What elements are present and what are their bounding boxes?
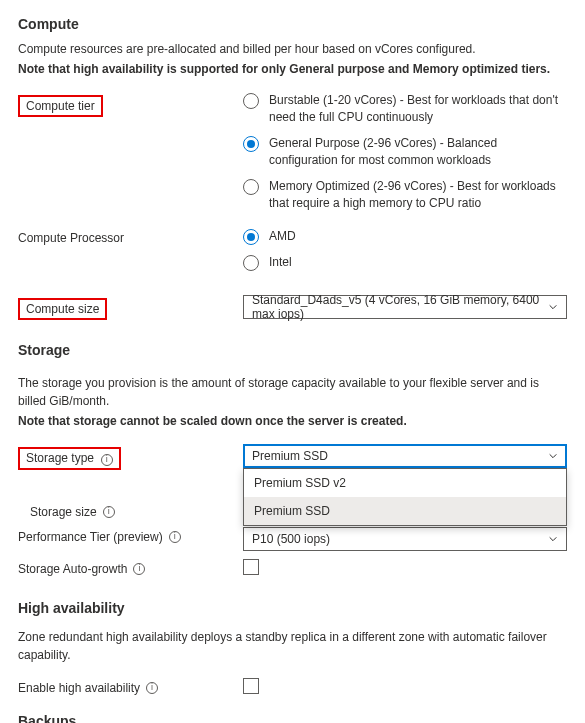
perf-tier-label: Performance Tier (preview) i [18, 527, 243, 544]
info-icon[interactable]: i [101, 454, 113, 466]
radio-icon [243, 136, 259, 152]
compute-tier-label: Compute tier [18, 92, 243, 117]
ha-heading: High availability [18, 600, 567, 616]
info-icon[interactable]: i [146, 682, 158, 694]
autogrowth-label: Storage Auto-growth i [18, 559, 243, 576]
tier-label: Memory Optimized (2-96 vCores) - Best fo… [269, 178, 567, 213]
tier-general[interactable]: General Purpose (2-96 vCores) - Balanced… [243, 135, 567, 170]
proc-intel[interactable]: Intel [243, 254, 567, 271]
storage-size-label: Storage size i [18, 502, 243, 519]
select-value: Premium SSD [252, 449, 328, 463]
proc-label: Intel [269, 254, 567, 271]
radio-icon [243, 229, 259, 245]
processor-row: Compute Processor AMD Intel [18, 228, 567, 279]
enable-ha-label: Enable high availability i [18, 678, 243, 695]
info-icon[interactable]: i [133, 563, 145, 575]
chevron-down-icon [548, 534, 558, 544]
ha-desc: Zone redundant high availability deploys… [18, 628, 567, 664]
chevron-down-icon [548, 302, 558, 312]
perf-tier-row: Performance Tier (preview) i P10 (500 io… [18, 527, 567, 551]
label-text: Enable high availability [18, 681, 140, 695]
label-text: Storage size [30, 505, 97, 519]
radio-icon [243, 179, 259, 195]
storage-type-row: Storage type i Premium SSD Premium SSD v… [18, 444, 567, 470]
option-ssd-v2[interactable]: Premium SSD v2 [244, 469, 566, 497]
select-value: P10 (500 iops) [252, 532, 330, 546]
radio-icon [243, 255, 259, 271]
compute-note: Note that high availability is supported… [18, 60, 567, 78]
enable-ha-checkbox[interactable] [243, 678, 259, 694]
label-text: Storage type [26, 451, 94, 465]
option-ssd[interactable]: Premium SSD [244, 497, 566, 525]
storage-desc: The storage you provision is the amount … [18, 374, 567, 410]
tier-label: General Purpose (2-96 vCores) - Balanced… [269, 135, 567, 170]
backups-heading: Backups [18, 713, 567, 723]
compute-tier-row: Compute tier Burstable (1-20 vCores) - B… [18, 92, 567, 220]
info-icon[interactable]: i [103, 506, 115, 518]
chevron-down-icon [548, 451, 558, 461]
compute-size-label: Compute size [18, 295, 243, 320]
compute-desc: Compute resources are pre-allocated and … [18, 40, 567, 58]
autogrowth-checkbox[interactable] [243, 559, 259, 575]
compute-size-highlight: Compute size [18, 298, 107, 320]
perf-tier-select[interactable]: P10 (500 iops) [243, 527, 567, 551]
label-text: Storage Auto-growth [18, 562, 127, 576]
compute-tier-highlight: Compute tier [18, 95, 103, 117]
proc-amd[interactable]: AMD [243, 228, 567, 245]
storage-type-highlight: Storage type i [18, 447, 121, 470]
radio-icon [243, 93, 259, 109]
autogrowth-row: Storage Auto-growth i [18, 559, 567, 578]
storage-type-select[interactable]: Premium SSD Premium SSD v2 Premium SSD [243, 444, 567, 468]
compute-size-select[interactable]: Standard_D4ads_v5 (4 vCores, 16 GiB memo… [243, 295, 567, 319]
info-icon[interactable]: i [169, 531, 181, 543]
proc-label: AMD [269, 228, 567, 245]
select-value: Standard_D4ads_v5 (4 vCores, 16 GiB memo… [252, 293, 548, 321]
storage-type-dropdown: Premium SSD v2 Premium SSD [243, 468, 567, 526]
storage-heading: Storage [18, 342, 567, 358]
compute-size-row: Compute size Standard_D4ads_v5 (4 vCores… [18, 295, 567, 320]
compute-heading: Compute [18, 16, 567, 32]
storage-type-label: Storage type i [18, 444, 243, 470]
tier-burstable[interactable]: Burstable (1-20 vCores) - Best for workl… [243, 92, 567, 127]
tier-label: Burstable (1-20 vCores) - Best for workl… [269, 92, 567, 127]
storage-note: Note that storage cannot be scaled down … [18, 412, 567, 430]
enable-ha-row: Enable high availability i [18, 678, 567, 697]
processor-label: Compute Processor [18, 228, 243, 245]
tier-memory[interactable]: Memory Optimized (2-96 vCores) - Best fo… [243, 178, 567, 213]
label-text: Performance Tier (preview) [18, 530, 163, 544]
